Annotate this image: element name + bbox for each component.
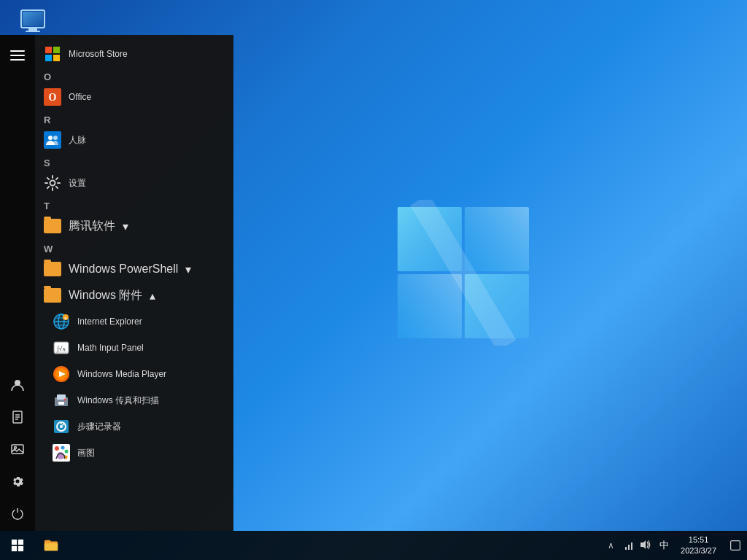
svg-point-56 <box>65 450 69 454</box>
app-item-powershell[interactable]: Windows PowerShell ▾ <box>35 256 233 282</box>
system-tray-expand[interactable]: ∧ <box>603 531 619 560</box>
svg-rect-60 <box>18 540 23 545</box>
taskbar-file-explorer[interactable] <box>35 531 67 560</box>
wmp-icon <box>53 365 70 383</box>
contacts-icon <box>44 131 61 149</box>
app-list: Microsoft Store O O Office R <box>35 35 233 531</box>
app-item-windows-accessories[interactable]: Windows 附件 ▴ <box>35 282 233 308</box>
start-button[interactable] <box>0 531 35 560</box>
svg-rect-22 <box>45 55 52 61</box>
photos-icon <box>10 442 25 456</box>
svg-rect-23 <box>53 55 60 61</box>
steps-recorder-icon <box>53 418 70 435</box>
svg-text:O: O <box>49 92 57 103</box>
app-item-contacts[interactable]: 人脉 <box>35 127 233 153</box>
sidebar-photos-button[interactable] <box>3 435 32 464</box>
svg-rect-21 <box>53 47 60 53</box>
volume-icon[interactable] <box>639 539 651 552</box>
section-o: O <box>35 67 233 84</box>
tray-icons <box>620 539 654 553</box>
sidebar-documents-button[interactable] <box>3 402 32 432</box>
svg-point-47 <box>64 399 66 401</box>
ime-indicator[interactable]: 中 <box>655 531 673 560</box>
svg-point-50 <box>60 425 63 428</box>
sidebar-user-button[interactable] <box>3 370 32 400</box>
this-pc-icon <box>18 7 47 36</box>
svg-rect-61 <box>12 546 17 551</box>
sidebar-settings-button[interactable] <box>3 467 32 496</box>
ie-label: Internet Explorer <box>77 316 225 327</box>
contacts-label: 人脉 <box>69 134 225 147</box>
app-item-office[interactable]: O Office <box>35 84 233 110</box>
start-windows-icon <box>11 539 24 552</box>
svg-rect-8 <box>28 28 37 31</box>
ime-label: 中 <box>659 539 669 552</box>
svg-rect-68 <box>731 541 740 551</box>
app-item-ie[interactable]: e Internet Explorer <box>35 308 233 335</box>
app-item-settings[interactable]: 设置 <box>35 170 233 196</box>
app-item-steps-recorder[interactable]: 步骤记录器 <box>35 413 233 440</box>
svg-rect-18 <box>12 445 23 454</box>
svg-rect-9 <box>26 31 40 32</box>
steps-recorder-label: 步骤记录器 <box>77 421 225 433</box>
svg-rect-10 <box>10 50 25 52</box>
app-item-tencent[interactable]: 腾讯软件 ▾ <box>35 213 233 239</box>
file-explorer-icon <box>43 537 59 553</box>
taskbar: ∧ 中 <box>0 531 747 560</box>
fax-icon <box>53 392 70 409</box>
document-icon <box>10 410 25 424</box>
clock[interactable]: 15:51 2023/3/27 <box>675 531 722 560</box>
app-item-microsoft-store[interactable]: Microsoft Store <box>35 41 233 67</box>
svg-point-54 <box>55 446 59 451</box>
svg-rect-7 <box>23 12 43 26</box>
app-item-paint[interactable]: 画图 <box>35 440 233 466</box>
paint-label: 画图 <box>77 447 225 459</box>
start-menu: Microsoft Store O O Office R <box>0 35 233 531</box>
math-input-label: Math Input Panel <box>77 343 225 353</box>
app-item-math-input[interactable]: ∫√x Math Input Panel <box>35 335 233 361</box>
ie-icon: e <box>53 313 70 330</box>
svg-text:∫√x: ∫√x <box>56 345 66 353</box>
tencent-label: 腾讯软件 <box>69 219 115 234</box>
svg-rect-62 <box>18 546 23 551</box>
notification-button[interactable] <box>724 531 747 560</box>
power-icon <box>10 506 25 521</box>
microsoft-store-icon <box>44 45 61 63</box>
svg-rect-66 <box>631 542 632 550</box>
svg-point-29 <box>50 181 55 186</box>
app-item-fax[interactable]: Windows 传真和扫描 <box>35 387 233 413</box>
sidebar-hamburger[interactable] <box>3 41 32 70</box>
tencent-folder-icon <box>44 219 61 233</box>
svg-rect-59 <box>12 540 17 545</box>
svg-rect-2 <box>398 274 462 338</box>
accessories-folder-icon <box>44 288 61 303</box>
app-item-wmp[interactable]: Windows Media Player <box>35 361 233 387</box>
fax-label: Windows 传真和扫描 <box>77 394 225 407</box>
svg-rect-26 <box>44 131 61 149</box>
section-w: W <box>35 239 233 256</box>
windows-logo <box>390 200 536 346</box>
network-icon[interactable] <box>623 539 635 553</box>
user-icon <box>10 378 25 392</box>
svg-rect-20 <box>45 47 52 53</box>
svg-rect-46 <box>58 402 64 405</box>
svg-point-55 <box>61 446 65 450</box>
section-r: R <box>35 110 233 127</box>
svg-rect-64 <box>625 547 627 550</box>
svg-rect-1 <box>465 207 529 271</box>
clock-date: 2023/3/27 <box>681 545 716 556</box>
notification-icon <box>729 540 741 551</box>
svg-point-28 <box>53 136 58 140</box>
office-label: Office <box>69 92 225 102</box>
powershell-folder-icon <box>44 262 61 276</box>
svg-rect-11 <box>10 55 25 56</box>
math-input-icon: ∫√x <box>53 339 70 357</box>
office-icon: O <box>44 88 61 106</box>
settings-label: 设置 <box>69 177 225 190</box>
sidebar-nav <box>0 35 35 531</box>
tencent-chevron: ▾ <box>123 219 128 233</box>
taskbar-right: ∧ 中 <box>603 531 747 560</box>
accessories-chevron: ▴ <box>150 289 155 303</box>
sidebar-power-button[interactable] <box>3 499 32 528</box>
settings-app-icon <box>44 174 61 192</box>
